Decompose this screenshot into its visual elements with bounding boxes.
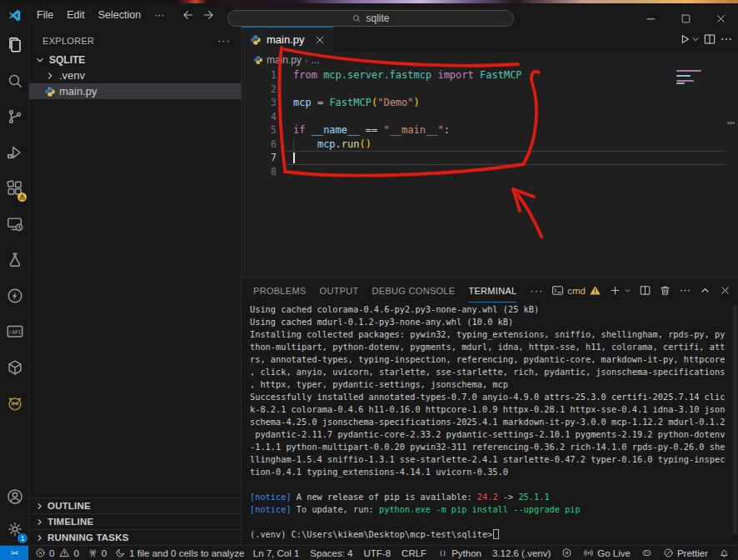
split-editor-icon[interactable]: [703, 32, 716, 46]
status-moon[interactable]: 1 file and 0 cells to analyze: [115, 548, 244, 558]
panel-tab-terminal[interactable]: TERMINAL: [468, 278, 516, 302]
panel-tab-debug-console[interactable]: DEBUG CONSOLE: [372, 278, 456, 302]
close-panel-icon[interactable]: [719, 284, 731, 297]
activity-explorer[interactable]: [0, 27, 29, 62]
run-python-file-icon[interactable]: [678, 32, 691, 46]
code-editor[interactable]: 1from mcp.server.fastmcp import FastMCP2…: [242, 68, 738, 278]
activity-container[interactable]: [0, 349, 29, 385]
status-error[interactable]: 0: [35, 548, 54, 558]
sidebar-section-timeline[interactable]: TIMELINE: [29, 513, 241, 529]
activity-api[interactable]: /API: [0, 313, 29, 349]
activity-gremlins[interactable]: [0, 385, 29, 421]
tree-item-venv[interactable]: .venv: [29, 68, 241, 83]
activity-remote-explorer[interactable]: [0, 206, 29, 242]
terminal-output[interactable]: Using cached colorama-0.4.6-py2.py3-none…: [242, 303, 738, 545]
more-actions-icon[interactable]: [720, 32, 733, 46]
terminal-shell-chip[interactable]: cmd: [551, 284, 601, 297]
code-line-8[interactable]: 8: [242, 165, 738, 179]
minimap[interactable]: [676, 70, 710, 90]
forward-arrow-icon[interactable]: [202, 8, 215, 22]
activity-search[interactable]: [0, 62, 29, 98]
panel-tab-problems[interactable]: PROBLEMS: [253, 278, 307, 302]
status-language-mode[interactable]: {}Python: [437, 548, 481, 558]
menu-overflow[interactable]: ···: [147, 7, 172, 23]
status-extension-status[interactable]: [561, 548, 572, 558]
activity-settings[interactable]: 1: [0, 512, 29, 545]
activity-testing[interactable]: [0, 242, 29, 278]
menu-edit[interactable]: Edit: [60, 7, 92, 23]
code-text: mcp.run(): [293, 138, 371, 152]
status-label: Go Live: [597, 548, 631, 558]
status-eol[interactable]: CRLF: [401, 548, 426, 558]
activity-source-control[interactable]: [0, 98, 29, 134]
code-line-3[interactable]: 3mcp = FastMCP("Demo"): [242, 96, 738, 110]
new-terminal-icon[interactable]: [609, 284, 621, 297]
copilot-chevron-down-icon[interactable]: [509, 11, 517, 26]
copilot-icon: [641, 548, 652, 558]
breadcrumb[interactable]: main.py › ...: [242, 52, 738, 68]
status-go-live[interactable]: Go Live: [583, 548, 631, 558]
code-line-2[interactable]: 2: [242, 82, 738, 97]
menu-file[interactable]: File: [30, 7, 60, 23]
status-cursor-position[interactable]: Ln 7, Col 1: [253, 548, 300, 558]
customize-layout-icon[interactable]: [537, 11, 552, 26]
code-line-7[interactable]: 7: [242, 151, 738, 165]
toggle-secondary-sidebar-icon[interactable]: [607, 11, 622, 26]
title-bar: FileEditSelection··· sqlite: [0, 3, 738, 27]
activity-account[interactable]: [0, 480, 29, 512]
editor-actions: [678, 27, 733, 52]
split-terminal-icon[interactable]: [639, 284, 651, 297]
status-indentation[interactable]: Spaces: 4: [310, 548, 352, 558]
terminal-scrollbar[interactable]: [733, 305, 737, 534]
status-python-interpreter[interactable]: 3.12.6 (.venv): [492, 548, 551, 558]
terminal-line: Successfully installed annotated-types-0…: [250, 391, 730, 403]
activity-run-debug[interactable]: [0, 134, 29, 170]
code-line-1[interactable]: 1from mcp.server.fastmcp import FastMCP: [242, 68, 738, 82]
sidebar-more-actions[interactable]: ···: [217, 34, 231, 47]
copilot-icon[interactable]: [492, 11, 507, 26]
status-prettier[interactable]: Prettier: [663, 548, 708, 558]
code-line-4[interactable]: 4: [242, 110, 738, 124]
code-line-5[interactable]: 5if __name__ == "__main__":: [242, 123, 738, 138]
maximize-panel-icon[interactable]: [699, 284, 711, 297]
sidebar-section-outline[interactable]: OUTLINE: [29, 498, 241, 513]
panel-tabs-overflow[interactable]: ···: [530, 284, 543, 297]
tree-item-mainpy[interactable]: main.py: [29, 83, 241, 99]
status-tower[interactable]: 0: [87, 548, 107, 558]
status-encoding[interactable]: UTF-8: [364, 548, 391, 558]
terminal-line: [notice] A new release of pip is availab…: [250, 491, 730, 503]
menu-selection[interactable]: Selection: [92, 7, 147, 23]
terminal-chevron-down-icon[interactable]: [624, 284, 631, 297]
tree-root-sqlite[interactable]: SQLITE: [29, 52, 241, 68]
chevron-right-icon: [44, 70, 56, 82]
toggle-sidebar-icon[interactable]: [561, 11, 576, 26]
status-warning[interactable]: 0: [59, 548, 78, 558]
minimap-line: [676, 70, 701, 72]
minimize-icon: [645, 12, 657, 25]
toggle-panel-icon[interactable]: [584, 11, 599, 26]
remote-indicator[interactable]: ><: [0, 546, 28, 560]
activity-thunder[interactable]: [0, 278, 29, 313]
activity-extensions[interactable]: ⚠: [0, 170, 29, 206]
breadcrumb-file[interactable]: main.py: [267, 54, 302, 66]
breadcrumb-symbol[interactable]: ...: [312, 54, 320, 66]
status-label: 0: [102, 548, 107, 558]
code-line-6[interactable]: 6 mcp.run(): [242, 138, 738, 152]
search-icon: [6, 72, 24, 90]
back-arrow-icon[interactable]: [182, 8, 195, 22]
api-icon: /API: [6, 322, 24, 341]
panel-header: PROBLEMSOUTPUTDEBUG CONSOLETERMINAL ··· …: [242, 278, 738, 302]
kill-terminal-icon[interactable]: [659, 284, 671, 297]
panel-tab-output[interactable]: OUTPUT: [320, 278, 359, 302]
status-copilot-status[interactable]: [641, 548, 652, 558]
tab-close-icon[interactable]: [314, 34, 326, 46]
search-input[interactable]: sqlite: [227, 10, 514, 27]
sidebar-section-running-tasks[interactable]: RUNNING TASKS: [29, 529, 241, 545]
terminal-more-icon[interactable]: [679, 284, 691, 297]
terminal-cursor: [493, 529, 499, 539]
status-notifications[interactable]: [719, 548, 730, 558]
tab-mainpy[interactable]: main.py: [242, 27, 333, 52]
run-chevron-down-icon[interactable]: [691, 32, 700, 46]
svg-text:><: ><: [11, 549, 18, 557]
terminal-line: k-8.2.1 colorama-0.4.6 h11-0.16.0 httpco…: [250, 403, 730, 416]
